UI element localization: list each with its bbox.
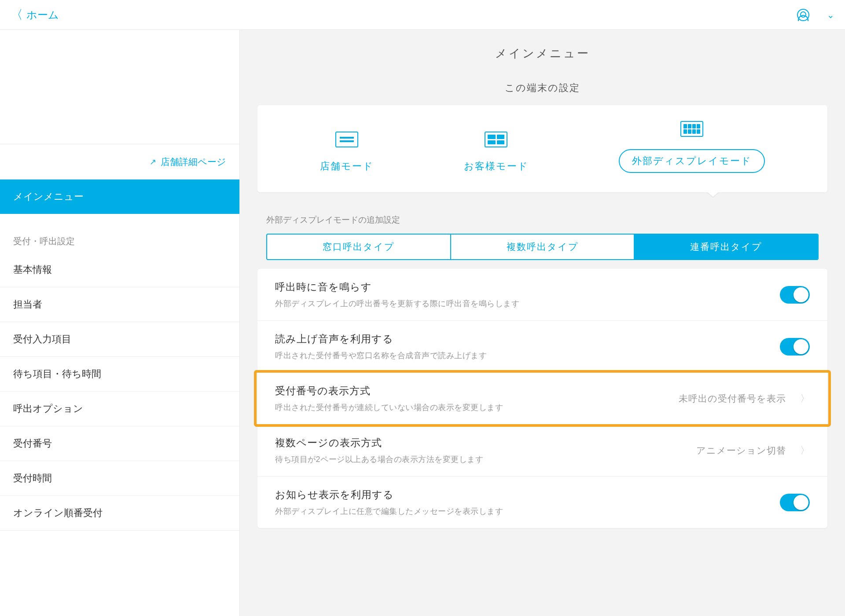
segmented-control: 窓口呼出タイプ 複数呼出タイプ 連番呼出タイプ [266, 234, 819, 260]
back-button[interactable]: 〈 ホーム [11, 8, 59, 22]
sidebar-section-label: 受付・呼出設定 [0, 214, 239, 253]
setting-row-sound: 呼出時に音を鳴らす 外部ディスプレイ上の呼出番号を更新する際に呼出音を鳴らします [257, 269, 827, 321]
external-link-icon: ↗ [150, 157, 156, 167]
setting-desc: 待ち項目が2ページ以上ある場合の表示方法を変更します [275, 454, 687, 465]
sidebar-item-reception-fields[interactable]: 受付入力項目 [0, 322, 239, 357]
setting-row-voice: 読み上げ音声を利用する 呼出された受付番号や窓口名称を合成音声で読み上げます [257, 321, 827, 373]
toggle-sound[interactable] [780, 286, 810, 304]
mode-option-customer[interactable]: お客様モード [464, 132, 529, 173]
mode-label: 店舗モード [320, 160, 374, 173]
setting-desc: 外部ディスプレイ上の呼出番号を更新する際に呼出音を鳴らします [275, 298, 771, 309]
main-content: メインメニュー この端末の設定 店舗モード お客様モード 外部ディスプレイモード [240, 30, 845, 616]
seg-multi-call[interactable]: 複数呼出タイプ [450, 235, 634, 259]
sidebar-item-label: 基本情報 [13, 264, 52, 275]
toggle-notice[interactable] [780, 494, 810, 511]
mode-label: 外部ディスプレイモード [619, 149, 765, 173]
subsection-label: 外部ディスプレイモードの追加設定 [240, 205, 845, 234]
sidebar-item-basic-info[interactable]: 基本情報 [0, 253, 239, 287]
chevron-down-icon[interactable]: ⌄ [827, 10, 834, 20]
sidebar-blank [0, 30, 239, 144]
chevron-right-icon: 〉 [800, 392, 810, 405]
sidebar: ↗ 店舗詳細ページ メインメニュー 受付・呼出設定 基本情報 担当者 受付入力項… [0, 30, 240, 616]
store-detail-label: 店舗詳細ページ [161, 156, 226, 168]
setting-row-number-display[interactable]: 受付番号の表示方式 呼出された受付番号が連続していない場合の表示を変更します 未… [257, 373, 827, 425]
mode-label: お客様モード [464, 160, 529, 173]
sidebar-item-label: 受付入力項目 [13, 334, 71, 345]
settings-card: 呼出時に音を鳴らす 外部ディスプレイ上の呼出番号を更新する際に呼出音を鳴らします… [257, 269, 827, 528]
toggle-voice[interactable] [780, 338, 810, 356]
setting-title: お知らせ表示を利用する [275, 488, 771, 502]
store-detail-link[interactable]: ↗ 店舗詳細ページ [0, 144, 239, 180]
sidebar-item-label: 呼出オプション [13, 403, 83, 414]
mode-option-display[interactable]: 外部ディスプレイモード [619, 121, 765, 173]
page-title: メインメニュー [240, 30, 845, 77]
mode-card: 店舗モード お客様モード 外部ディスプレイモード [257, 105, 827, 192]
sidebar-item-call-options[interactable]: 呼出オプション [0, 392, 239, 426]
display-mode-icon [680, 121, 703, 137]
sidebar-item-reception-time[interactable]: 受付時間 [0, 461, 239, 496]
seg-window-call[interactable]: 窓口呼出タイプ [267, 235, 450, 259]
back-label: ホーム [26, 8, 59, 22]
setting-desc: 呼出された受付番号が連続していない場合の表示を変更します [275, 402, 670, 413]
device-settings-label: この端末の設定 [240, 77, 845, 105]
setting-title: 複数ページの表示方式 [275, 436, 687, 450]
sidebar-item-label: 受付番号 [13, 438, 52, 449]
sidebar-item-reception-number[interactable]: 受付番号 [0, 426, 239, 461]
sidebar-item-label: 受付時間 [13, 473, 52, 484]
sidebar-item-online-queue[interactable]: オンライン順番受付 [0, 496, 239, 531]
mode-pointer-icon [707, 191, 719, 197]
topbar: 〈 ホーム ⌄ [0, 0, 845, 30]
setting-value: 未呼出の受付番号を表示 [679, 392, 786, 405]
sidebar-item-label: 担当者 [13, 299, 42, 310]
sidebar-item-label: メインメニュー [13, 191, 84, 202]
seg-label: 窓口呼出タイプ [323, 242, 395, 252]
chevron-right-icon: 〉 [800, 444, 810, 457]
mode-option-store[interactable]: 店舗モード [320, 132, 374, 173]
sidebar-item-staff[interactable]: 担当者 [0, 287, 239, 322]
sidebar-item-main-menu[interactable]: メインメニュー [0, 180, 239, 214]
chevron-left-icon: 〈 [11, 9, 23, 21]
setting-desc: 呼出された受付番号や窓口名称を合成音声で読み上げます [275, 350, 771, 361]
customer-mode-icon [485, 132, 507, 147]
setting-title: 読み上げ音声を利用する [275, 332, 771, 346]
setting-title: 受付番号の表示方式 [275, 384, 670, 398]
seg-sequential-call[interactable]: 連番呼出タイプ [634, 235, 818, 259]
setting-value: アニメーション切替 [696, 444, 786, 457]
setting-row-page-display[interactable]: 複数ページの表示方式 待ち項目が2ページ以上ある場合の表示方法を変更します アニ… [257, 425, 827, 477]
sidebar-item-label: オンライン順番受付 [13, 507, 103, 518]
setting-desc: 外部ディスプレイ上に任意で編集したメッセージを表示します [275, 506, 771, 517]
sidebar-item-label: 待ち項目・待ち時間 [13, 368, 101, 379]
sidebar-item-wait-items[interactable]: 待ち項目・待ち時間 [0, 357, 239, 392]
seg-label: 連番呼出タイプ [690, 242, 762, 252]
seg-label: 複数呼出タイプ [507, 242, 579, 252]
setting-row-notice: お知らせ表示を利用する 外部ディスプレイ上に任意で編集したメッセージを表示します [257, 477, 827, 528]
setting-title: 呼出時に音を鳴らす [275, 280, 771, 294]
user-icon[interactable] [797, 9, 809, 21]
store-mode-icon [335, 132, 358, 147]
